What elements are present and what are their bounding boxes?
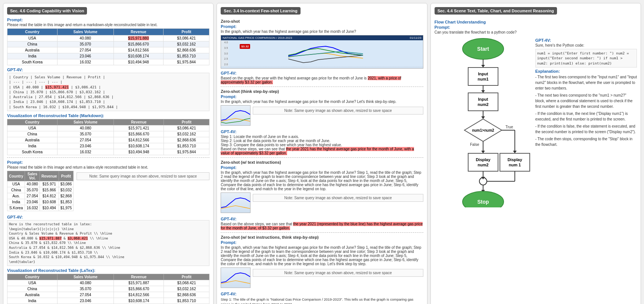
panel-coding-capability: Sec. 4.6 Coding Capability with Vision P… <box>3 3 214 304</box>
gpt4v1-label: GPT-4V: <box>7 68 209 72</box>
svg-rect-23 <box>468 153 498 171</box>
divider-3 <box>221 157 423 158</box>
svg-rect-26 <box>500 153 530 171</box>
chart-lines-small3 <box>221 193 250 213</box>
flowchart-svg: Start Input num1 Input num2 <box>435 36 532 207</box>
panel3-gpt4v-label: GPT-4V: <box>535 38 637 43</box>
vcol-revenue: Revenue <box>114 119 164 125</box>
svg-text:True: True <box>505 125 513 129</box>
zs3-prompt-label: Prompt: <box>221 165 423 170</box>
vcol-sales: Sales Volume <box>57 119 114 125</box>
svg-rect-4 <box>468 68 498 85</box>
vcol-profit: Profit <box>164 119 209 125</box>
col-revenue: Revenue <box>113 29 164 35</box>
explanation-item-5: - The code then stops, corresponding to … <box>535 136 637 147</box>
note-box-1: Note: Same query image as shown above, r… <box>77 172 209 180</box>
svg-marker-8 <box>481 90 485 93</box>
svg-text:num1>num2: num1>num2 <box>472 128 494 132</box>
svg-marker-19 <box>513 151 517 153</box>
chart-lines-small2 <box>221 106 250 125</box>
flow-chart-title: Flow Chart Understanding <box>435 20 637 24</box>
explanation-item-1: - The first two lines correspond to the … <box>535 74 637 91</box>
zeroshot1-label: Zero-shot <box>221 19 423 23</box>
col-country: Country <box>7 29 57 35</box>
panel2-header: Sec. 3.4 In-context Few-shot Learning <box>221 7 300 15</box>
svg-text:Display: Display <box>507 157 522 162</box>
zs2-prompt-text: In the graph, which year has the highest… <box>221 100 423 104</box>
svg-text:num2: num2 <box>477 102 488 107</box>
prompt2-label: Prompt: <box>7 160 209 164</box>
divider-4 <box>221 232 423 233</box>
vis-label-1: Visualization of Reconstructed Table (Ma… <box>7 113 209 118</box>
zs4-prompt-label: Prompt: <box>221 240 423 245</box>
chart-lines <box>228 40 423 66</box>
col-sales: Sales Volume <box>57 29 113 35</box>
divider-1 <box>7 157 209 158</box>
svg-text:num2: num2 <box>477 163 488 167</box>
gpt4v2-code: Here is the reconstructed table in latex… <box>7 220 209 266</box>
col-profit: Profit <box>164 29 209 35</box>
svg-rect-9 <box>468 93 498 111</box>
vcol-country: Country <box>7 119 57 125</box>
zs2-gpt4v-label: GPT-4V: <box>221 129 423 134</box>
svg-marker-22 <box>481 151 485 153</box>
svg-text:Start: Start <box>477 46 489 52</box>
svg-text:Input: Input <box>478 97 488 101</box>
gas-chart-3-small <box>221 192 251 213</box>
zs1-gpt4v-label: GPT-4V: <box>221 71 423 75</box>
zeroshot4-label: Zero-shot (w/ text instructions, think s… <box>221 235 423 239</box>
zs4-gpt4v-label: GPT-4V: <box>221 292 423 296</box>
zs2-gpt4v-steps: Step 1: Locate the month of June on the … <box>221 135 423 155</box>
panel3-prompt-label: Prompt: <box>435 25 637 29</box>
panel3-header: Sec. 4.4 Scene Text, Table, Chart, and D… <box>435 7 557 15</box>
svg-marker-3 <box>481 65 485 68</box>
gas-chart-2-small <box>221 105 251 126</box>
vis-label-2: Visualization of Reconstructed Table (La… <box>7 268 209 273</box>
panel3-prompt-text: Can you translate the flowchart to a pyt… <box>435 30 637 34</box>
svg-text:False: False <box>470 142 479 147</box>
zs3-gpt4v-text: Based on the above steps, we can see tha… <box>221 222 423 230</box>
original-table-1: Country Sales Volume Revenue Profit USA4… <box>7 28 209 65</box>
explanation-list: - The first two lines correspond to the … <box>535 74 637 147</box>
svg-text:Input: Input <box>478 72 488 76</box>
zs4-prompt-text: In the graph, which year has the highest… <box>221 245 423 266</box>
divider-2 <box>221 87 423 87</box>
zeroshot2-label: Zero-shot (think step-by-step) <box>221 89 423 94</box>
gpt4v2-label: GPT-4V: <box>7 215 209 219</box>
panel-few-shot: Sec. 3.4 In-context Few-shot Learning Ze… <box>217 3 427 304</box>
panel3-gpt4v-code: num1 = input("Enter first number: ") num… <box>535 49 637 68</box>
panel3-right-content: GPT-4V: Sure, here's the Python code: nu… <box>535 36 637 208</box>
svg-text:Display: Display <box>476 157 491 162</box>
note-box-3: Note: Same query image as shown above, r… <box>253 194 423 202</box>
zs2-prompt-label: Prompt: <box>221 94 423 99</box>
zs4-gpt4v-steps: Step 1: The title of the graph is "Natio… <box>221 297 423 304</box>
panel1-header: Sec. 4.6 Coding Capability with Vision <box>7 7 87 15</box>
small-table-ref: Country Sales Vol. Revenue Profit USA40.… <box>7 171 74 211</box>
note-box-4: Note: Same query image as shown above, r… <box>253 269 423 277</box>
zs3-prompt-text: In the graph, which year has the highest… <box>221 170 423 191</box>
zs3-gpt4v-label: GPT-4V: <box>221 217 423 221</box>
zs1-gpt4v-text: Based on the graph, the year with the hi… <box>221 76 423 84</box>
svg-text:num1: num1 <box>477 77 488 81</box>
zs1-prompt-label: Prompt: <box>221 24 423 29</box>
panel3-gpt4v-intro: Sure, here's the Python code: <box>535 43 637 47</box>
svg-text:num 1: num 1 <box>508 163 520 167</box>
vis-table-2: Country Sales Volume Revenue Profit USA4… <box>7 274 209 304</box>
zs1-prompt-text: In the graph, which year has the highest… <box>221 29 423 34</box>
prompt1-text: Please read the table in this image and … <box>7 23 209 27</box>
vis-table-1: Country Sales Volume Revenue Profit USA4… <box>7 119 209 155</box>
explanation-item-4: - If the condition is false, the else st… <box>535 123 637 135</box>
gas-chart-4-small <box>221 267 251 288</box>
explanation-item-2: - The next two lines correspond to the "… <box>535 93 637 109</box>
prompt2-text: Please read the table in this image and … <box>7 165 209 169</box>
note-box-2: Note: Same query image as shown above, r… <box>253 107 423 115</box>
gpt4v1-code: | Country | Sales Volume | Revenue | Pro… <box>7 73 209 111</box>
zeroshot3-label: Zero-shot (w/ text instructions) <box>221 160 423 164</box>
gas-chart-1: NATIONAL GAS PRICE COMPARISON / 2019-202… <box>221 35 423 69</box>
svg-text:Stop: Stop <box>477 199 489 205</box>
explanation-label: Explanation: <box>535 69 637 73</box>
panel-scene-text: Sec. 4.4 Scene Text, Table, Chart, and D… <box>430 3 641 304</box>
explanation-item-3: - If the condition is true, the next lin… <box>535 111 637 122</box>
price-badge: $3.32 <box>240 44 250 49</box>
chart-lines-small4 <box>221 268 250 288</box>
